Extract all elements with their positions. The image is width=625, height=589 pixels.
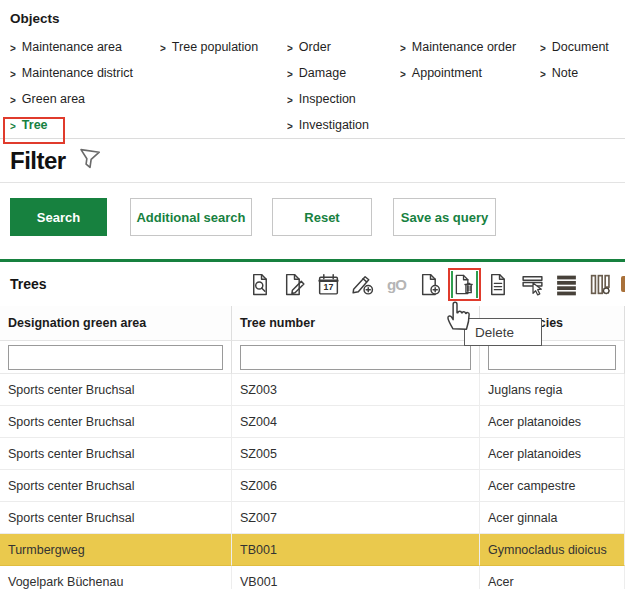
document-delete-icon[interactable] — [451, 271, 478, 298]
table-cell-tree-number[interactable]: SZ006 — [232, 470, 480, 502]
search-button[interactable]: Search — [10, 198, 107, 236]
object-link-appointment[interactable]: >Appointment — [400, 60, 540, 86]
column-header-designation-green-area[interactable]: Designation green area — [0, 306, 232, 341]
chevron-right-icon: > — [540, 67, 546, 80]
table-cell-tree-number[interactable]: SZ004 — [232, 406, 480, 438]
chevron-right-icon: > — [540, 41, 546, 54]
object-link-label: Green area — [22, 92, 85, 106]
reset-button[interactable]: Reset — [272, 198, 372, 236]
save-as-query-button[interactable]: Save as query — [393, 198, 496, 236]
object-link-document[interactable]: >Document — [540, 34, 615, 60]
chevron-right-icon: > — [287, 93, 293, 106]
row-list-icon[interactable] — [553, 271, 580, 298]
objects-column-2: >Tree population — [160, 34, 287, 138]
object-link-label: Inspection — [299, 92, 356, 106]
table-cell-species[interactable]: Acer — [480, 566, 625, 589]
clipped-toolbar-icon[interactable] — [621, 271, 625, 298]
table-cell-species[interactable]: Acer campestre — [480, 470, 625, 502]
table-cell-designation[interactable]: Turmbergweg — [0, 534, 232, 566]
objects-column-4: >Maintenance order >Appointment — [400, 34, 540, 138]
object-link-label: Tree — [22, 118, 48, 132]
object-link-label: Tree population — [172, 40, 258, 54]
chevron-right-icon: > — [10, 67, 16, 80]
object-link-order[interactable]: >Order — [287, 34, 400, 60]
filter-title: Filter — [10, 147, 66, 175]
designation-filter-input[interactable] — [8, 345, 223, 370]
additional-search-button[interactable]: Additional search — [130, 198, 252, 236]
trees-toolbar: 17 gO — [247, 271, 625, 298]
trees-header-bar: Trees 17 gO — [0, 262, 625, 306]
document-report-icon[interactable] — [485, 271, 512, 298]
object-link-label: Appointment — [412, 66, 482, 80]
objects-grid: >Maintenance area >Maintenance district … — [10, 34, 615, 138]
filter-actions: Search Additional search Reset Save as q… — [0, 183, 625, 259]
object-link-green-area[interactable]: >Green area — [10, 86, 160, 112]
table-cell-tree-number[interactable]: SZ007 — [232, 502, 480, 534]
table-cell-designation[interactable]: Vogelpark Büchenau — [0, 566, 232, 589]
table-cell-designation[interactable]: Sports center Bruchsal — [0, 438, 232, 470]
object-link-label: Note — [552, 66, 578, 80]
column-settings-icon[interactable] — [587, 271, 614, 298]
chevron-right-icon: > — [160, 41, 166, 54]
trees-table: Designation green area Tree number Tree … — [0, 306, 625, 589]
go-link-icon[interactable]: gO — [383, 271, 410, 298]
column-header-tree-species[interactable]: Tree species — [480, 306, 625, 341]
table-cell-designation[interactable]: Sports center Bruchsal — [0, 502, 232, 534]
chevron-right-icon: > — [287, 41, 293, 54]
filter-cell — [232, 341, 480, 374]
object-link-note[interactable]: >Note — [540, 60, 615, 86]
tree-number-filter-input[interactable] — [240, 345, 471, 370]
object-link-maintenance-order[interactable]: >Maintenance order — [400, 34, 540, 60]
document-add-icon[interactable] — [417, 271, 444, 298]
object-link-label: Maintenance area — [22, 40, 122, 54]
table-cell-designation[interactable]: Sports center Bruchsal — [0, 470, 232, 502]
document-edit-icon[interactable] — [281, 271, 308, 298]
go-link-label: gO — [387, 276, 406, 293]
object-link-inspection[interactable]: >Inspection — [287, 86, 400, 112]
chevron-right-icon: > — [400, 41, 406, 54]
object-link-maintenance-district[interactable]: >Maintenance district — [10, 60, 160, 86]
table-cell-species[interactable]: Gymnocladus dioicus — [480, 534, 625, 566]
chevron-right-icon: > — [10, 119, 16, 132]
chevron-right-icon: > — [400, 67, 406, 80]
filter-cell — [480, 341, 625, 374]
object-link-label: Maintenance district — [22, 66, 133, 80]
table-cell-tree-number[interactable]: SZ003 — [232, 374, 480, 406]
object-link-maintenance-area[interactable]: >Maintenance area — [10, 34, 160, 60]
calendar-icon[interactable]: 17 — [315, 271, 342, 298]
object-link-investigation[interactable]: >Investigation — [287, 112, 400, 138]
object-link-damage[interactable]: >Damage — [287, 60, 400, 86]
chevron-right-icon: > — [287, 119, 293, 132]
object-link-label: Maintenance order — [412, 40, 516, 54]
object-link-label: Investigation — [299, 118, 369, 132]
table-cell-designation[interactable]: Sports center Bruchsal — [0, 406, 232, 438]
tree-species-filter-input[interactable] — [488, 345, 616, 370]
table-cell-tree-number[interactable]: VB001 — [232, 566, 480, 589]
svg-text:17: 17 — [324, 282, 334, 292]
chevron-right-icon: > — [10, 41, 16, 54]
filter-cell — [0, 341, 232, 374]
object-link-label: Order — [299, 40, 331, 54]
object-link-label: Damage — [299, 66, 346, 80]
table-cell-tree-number[interactable]: SZ005 — [232, 438, 480, 470]
row-select-icon[interactable] — [519, 271, 546, 298]
objects-column-1: >Maintenance area >Maintenance district … — [10, 34, 160, 138]
object-link-tree[interactable]: >Tree — [10, 112, 160, 138]
objects-column-5: >Document >Note — [540, 34, 615, 138]
object-link-tree-population[interactable]: >Tree population — [160, 34, 287, 60]
table-cell-species[interactable]: Acer platanoides — [480, 438, 625, 470]
object-link-label: Document — [552, 40, 609, 54]
table-cell-designation[interactable]: Sports center Bruchsal — [0, 374, 232, 406]
document-preview-icon[interactable] — [247, 271, 274, 298]
funnel-icon[interactable] — [76, 146, 102, 176]
table-cell-tree-number[interactable]: TB001 — [232, 534, 480, 566]
table-cell-species[interactable]: Juglans regia — [480, 374, 625, 406]
filter-header: Filter — [0, 139, 625, 182]
table-cell-species[interactable]: Acer platanoides — [480, 406, 625, 438]
table-cell-species[interactable]: Acer ginnala — [480, 502, 625, 534]
objects-column-3: >Order >Damage >Inspection >Investigatio… — [287, 34, 400, 138]
column-header-tree-number[interactable]: Tree number — [232, 306, 480, 341]
page: Objects >Maintenance area >Maintenance d… — [0, 0, 625, 589]
pencil-add-icon[interactable] — [349, 271, 376, 298]
objects-title: Objects — [10, 11, 615, 26]
